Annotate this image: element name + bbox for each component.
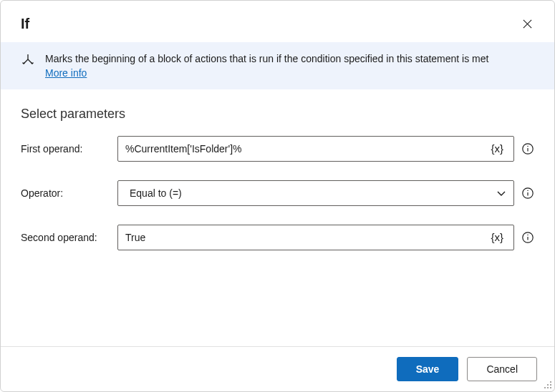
variable-picker-icon[interactable]: {x} (488, 142, 506, 155)
dialog-header: If (1, 1, 554, 42)
cancel-button[interactable]: Cancel (467, 357, 537, 381)
section-title: Select parameters (21, 107, 534, 122)
info-banner: Marks the beginning of a block of action… (1, 42, 554, 89)
resize-handle[interactable] (543, 380, 553, 390)
close-icon (522, 19, 533, 29)
first-operand-row: First operand: {x} (21, 136, 534, 162)
operator-label: Operator: (21, 187, 117, 199)
svg-point-13 (550, 384, 551, 386)
chevron-down-icon (496, 188, 506, 198)
second-operand-input-box[interactable]: {x} (117, 225, 514, 250)
svg-point-16 (547, 387, 549, 388)
variable-picker-icon[interactable]: {x} (488, 231, 506, 243)
operator-value: Equal to (=) (130, 187, 496, 199)
second-operand-wrap: {x} (117, 225, 534, 250)
svg-point-17 (544, 387, 546, 388)
branch-icon (21, 54, 35, 68)
close-button[interactable] (517, 14, 537, 34)
banner-description: Marks the beginning of a block of action… (45, 53, 488, 64)
if-action-dialog: If Marks the beginning of a block of act… (0, 0, 555, 392)
second-operand-input[interactable] (125, 232, 488, 243)
svg-point-4 (527, 145, 528, 146)
more-info-link[interactable]: More info (45, 67, 87, 79)
first-operand-input-box[interactable]: {x} (117, 136, 514, 162)
first-operand-label: First operand: (21, 143, 117, 155)
save-button[interactable]: Save (397, 357, 459, 381)
operator-wrap: Equal to (=) (117, 180, 534, 206)
svg-point-15 (550, 387, 551, 388)
svg-point-7 (527, 190, 528, 190)
operator-select[interactable]: Equal to (=) (117, 180, 514, 206)
second-operand-row: Second operand: {x} (21, 225, 534, 250)
svg-point-10 (527, 234, 528, 235)
dialog-footer: Save Cancel (1, 346, 554, 391)
info-icon[interactable] (521, 142, 534, 155)
second-operand-label: Second operand: (21, 232, 117, 243)
dialog-title: If (21, 16, 29, 32)
info-icon[interactable] (521, 187, 534, 200)
dialog-content: Select parameters First operand: {x} Ope… (1, 89, 554, 346)
first-operand-wrap: {x} (117, 136, 534, 162)
svg-point-12 (550, 381, 551, 383)
operator-row: Operator: Equal to (=) (21, 180, 534, 206)
info-icon[interactable] (521, 231, 534, 244)
svg-point-14 (547, 384, 549, 386)
first-operand-input[interactable] (125, 143, 488, 155)
info-banner-content: Marks the beginning of a block of action… (45, 52, 488, 79)
